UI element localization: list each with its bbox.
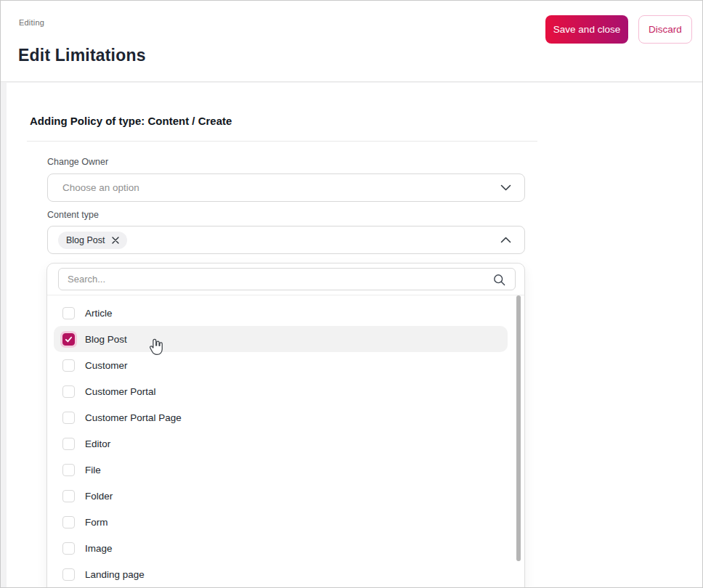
option-label: Folder	[85, 491, 113, 502]
chevron-up-icon	[500, 237, 511, 243]
option-label: Article	[85, 308, 113, 319]
checkbox[interactable]	[62, 490, 75, 502]
change-owner-placeholder: Choose an option	[62, 182, 500, 193]
chip-label: Blog Post	[66, 235, 105, 245]
editing-status-label: Editing	[19, 18, 44, 27]
content-type-dropdown-panel: Article Blog Post Customer Customer Port…	[46, 263, 525, 588]
option-label: Blog Post	[85, 334, 127, 345]
checkbox[interactable]	[62, 568, 75, 581]
checkbox[interactable]	[62, 438, 75, 450]
content-type-multiselect[interactable]: Blog Post	[47, 226, 525, 254]
dropdown-scrollbar-thumb[interactable]	[516, 295, 521, 561]
save-and-close-button[interactable]: Save and close	[545, 15, 628, 44]
section-divider	[27, 141, 537, 142]
option-editor[interactable]: Editor	[54, 430, 508, 457]
option-label: Customer	[85, 360, 128, 371]
option-label: Landing page	[85, 569, 145, 580]
checkbox[interactable]	[62, 359, 75, 372]
content-type-label: Content type	[47, 210, 99, 220]
option-form[interactable]: Form	[54, 509, 508, 535]
option-label: Image	[85, 543, 113, 554]
option-landing-page[interactable]: Landing page	[54, 561, 508, 587]
option-label: Customer Portal Page	[85, 412, 182, 423]
discard-button[interactable]: Discard	[638, 15, 692, 44]
checkbox[interactable]	[62, 333, 75, 346]
checkbox[interactable]	[62, 412, 75, 424]
section-title: Adding Policy of type: Content / Create	[30, 115, 232, 127]
checkbox[interactable]	[62, 385, 75, 398]
option-folder[interactable]: Folder	[54, 483, 508, 509]
search-icon	[493, 274, 505, 286]
checkbox[interactable]	[62, 542, 75, 555]
option-file[interactable]: File	[54, 457, 508, 483]
option-label: File	[85, 465, 101, 475]
checkbox[interactable]	[62, 464, 75, 476]
search-input[interactable]	[58, 268, 516, 290]
option-customer-portal-page[interactable]: Customer Portal Page	[54, 404, 508, 430]
selected-chip: Blog Post	[58, 232, 127, 249]
change-owner-select[interactable]: Choose an option	[47, 173, 525, 202]
main-content-panel: Adding Policy of type: Content / Create …	[7, 83, 702, 587]
option-list: Article Blog Post Customer Customer Port…	[47, 295, 524, 587]
option-label: Editor	[85, 438, 110, 449]
change-owner-label: Change Owner	[47, 157, 108, 167]
option-label: Form	[85, 517, 108, 528]
option-image[interactable]: Image	[54, 535, 508, 561]
option-article[interactable]: Article	[54, 300, 508, 326]
page-title: Edit Limitations	[18, 46, 146, 65]
header-actions: Save and close Discard	[545, 15, 692, 44]
option-customer[interactable]: Customer	[54, 352, 508, 378]
page-header: Editing Edit Limitations Save and close …	[1, 1, 702, 82]
chip-remove-icon[interactable]	[112, 237, 119, 244]
option-customer-portal[interactable]: Customer Portal	[54, 378, 508, 404]
checkbox[interactable]	[62, 516, 75, 528]
checkbox[interactable]	[62, 307, 75, 319]
option-label: Customer Portal	[85, 386, 156, 397]
option-blog-post[interactable]: Blog Post	[54, 326, 508, 352]
chevron-down-icon	[500, 184, 511, 191]
dropdown-search-row	[47, 264, 524, 295]
